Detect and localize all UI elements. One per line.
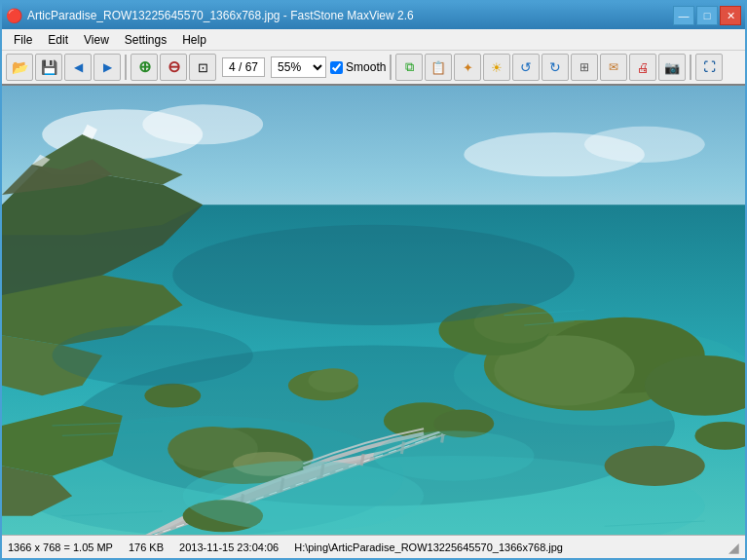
email-button[interactable]: ✉ [600,54,627,81]
menu-help[interactable]: Help [174,31,214,49]
menu-settings[interactable]: Settings [117,31,174,49]
rotate-left-icon: ↺ [520,59,532,75]
status-filepath: H:\ping\ArticParadise_ROW13225645570_136… [294,541,563,553]
save-button[interactable]: 💾 [35,54,62,81]
page-indicator: 4 / 67 [222,57,265,77]
svg-point-30 [308,368,358,392]
separator-1 [125,55,127,80]
enhance-icon: ✦ [463,60,473,75]
menu-view[interactable]: View [76,31,117,49]
menu-file[interactable]: File [6,31,40,49]
svg-point-56 [53,325,253,386]
prev-icon: ◀ [74,60,83,74]
print-icon: 🖨 [637,60,650,75]
zoom-out-button[interactable]: ⊖ [160,54,187,81]
menu-bar: File Edit View Settings Help [2,29,745,51]
image-viewer[interactable] [2,86,745,535]
menu-edit[interactable]: Edit [40,31,76,49]
status-dimensions: 1366 x 768 = 1.05 MP [8,541,113,553]
camera-icon: 📷 [664,60,680,75]
status-bar: 1366 x 768 = 1.05 MP 176 KB 2013-11-15 2… [2,535,745,558]
image-display [2,86,745,535]
open-icon: 📂 [12,59,28,75]
zoom-out-icon: ⊖ [168,59,180,75]
next-button[interactable]: ▶ [93,54,121,81]
window-title: ArticParadise_ROW13225645570_1366x768.jp… [27,9,414,22]
next-icon: ▶ [103,60,112,74]
status-filesize: 176 KB [129,541,164,553]
rotate-right-button[interactable]: ↻ [542,54,569,81]
email-icon: ✉ [609,60,618,74]
rotate-right-icon: ↻ [549,59,561,75]
zoom-in-icon: ⊕ [138,59,151,75]
fullscreen-icon: ⛶ [703,60,715,74]
copy-button[interactable]: ⧉ [395,54,423,81]
svg-point-31 [144,384,201,408]
svg-point-33 [605,446,705,486]
separator-3 [690,55,691,80]
print-button[interactable]: 🖨 [629,54,656,81]
svg-point-47 [183,461,424,531]
prev-button[interactable]: ◀ [64,54,92,81]
smooth-checkbox[interactable] [330,61,343,74]
title-bar: 🔴 ArticParadise_ROW13225645570_1366x768.… [2,2,745,29]
svg-line-42 [361,454,363,466]
svg-point-4 [584,127,705,163]
resize-icon: ⊞ [579,60,589,74]
toolbar: 📂 💾 ◀ ▶ ⊕ ⊖ ⊡ 4 / 67 55% 25% 33% 50% [2,51,745,86]
minimize-button[interactable]: — [673,6,694,25]
rotate-left-button[interactable]: ↺ [512,54,540,81]
svg-point-55 [172,225,574,325]
copy-icon: ⧉ [405,59,414,75]
svg-point-2 [142,104,263,144]
save-icon: 💾 [41,59,57,75]
resize-button[interactable]: ⊞ [571,54,598,81]
smooth-checkbox-label[interactable]: Smooth [330,60,386,74]
sun-button[interactable]: ☀ [483,54,510,81]
camera-button[interactable]: 📷 [658,54,686,81]
separator-2 [390,55,392,80]
paste-button[interactable]: 📋 [425,54,452,81]
window-controls: — □ ✕ [673,6,741,25]
app-icon: 🔴 [6,8,21,23]
zoom-select[interactable]: 55% 25% 33% 50% 67% 75% 100% 150% 200% [271,56,326,78]
enhance-button[interactable]: ✦ [454,54,481,81]
resize-grip-icon: ◢ [728,540,739,555]
nav-display: 4 / 67 [218,57,269,77]
fit-button[interactable]: ⊡ [189,54,216,81]
fullscreen-button[interactable]: ⛶ [695,54,723,81]
sun-icon: ☀ [491,60,503,75]
main-window: 🔴 ArticParadise_ROW13225645570_1366x768.… [0,0,747,560]
paste-icon: 📋 [430,60,446,75]
fit-icon: ⊡ [198,60,208,75]
zoom-in-button[interactable]: ⊕ [131,54,158,81]
status-datetime: 2013-11-15 23:04:06 [179,541,279,553]
close-button[interactable]: ✕ [720,6,741,25]
svg-point-48 [374,430,535,481]
title-bar-left: 🔴 ArticParadise_ROW13225645570_1366x768.… [6,8,414,23]
open-button[interactable]: 📂 [6,54,33,81]
smooth-label: Smooth [346,60,386,74]
maximize-button[interactable]: □ [696,6,718,25]
